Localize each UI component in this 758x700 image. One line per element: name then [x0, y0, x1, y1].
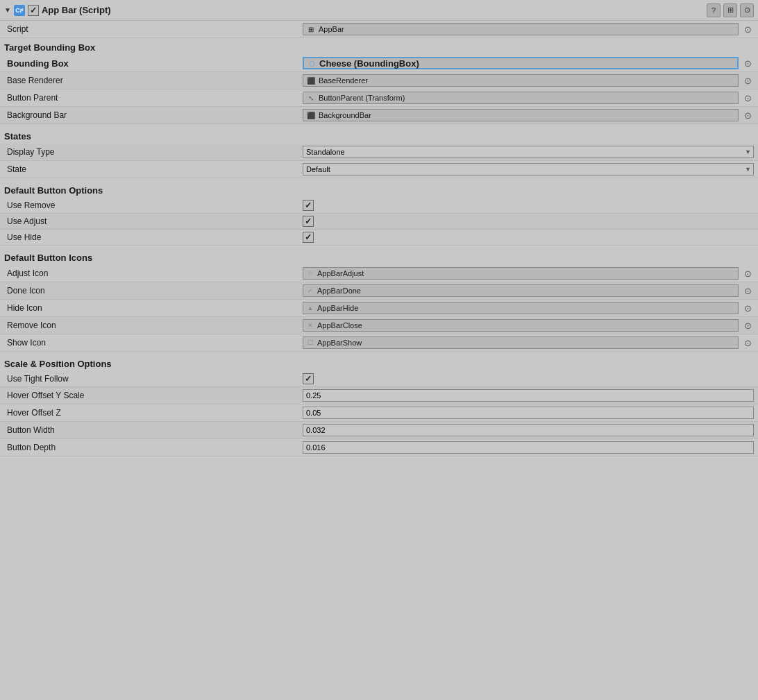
base-renderer-label: Base Renderer — [4, 76, 303, 85]
bounding-box-ref-text: Cheese (BoundingBox) — [319, 58, 419, 69]
done-icon-label: Done Icon — [4, 286, 303, 296]
state-select[interactable]: Default Hidden Manipulation — [303, 163, 754, 176]
show-icon-thumb: ☐ — [306, 339, 314, 347]
base-renderer-ref[interactable]: ⬛ BaseRenderer — [303, 74, 739, 87]
hide-icon-ref-text: AppBarHide — [317, 304, 358, 312]
script-ref: ⊞ AppBar — [303, 23, 739, 35]
button-depth-row: Button Depth — [0, 439, 758, 456]
script-ref-text: AppBar — [319, 25, 344, 33]
remove-icon-row: Remove Icon ✕ AppBarClose ⊙ — [0, 317, 758, 334]
background-bar-value: ⬛ BackgroundBar ⊙ — [303, 109, 754, 121]
display-type-select[interactable]: Standalone ManipulationHandler BoundingB… — [303, 146, 754, 158]
display-type-row: Display Type Standalone ManipulationHand… — [0, 144, 758, 161]
button-parent-gear-icon[interactable]: ⊙ — [741, 92, 754, 104]
adjust-icon-value: ☆ AppBarAdjust ⊙ — [303, 267, 754, 280]
button-width-value — [303, 424, 754, 436]
background-bar-ref[interactable]: ⬛ BackgroundBar — [303, 109, 739, 121]
remove-icon-thumb: ✕ — [306, 321, 314, 330]
use-tight-follow-row: Use Tight Follow — [0, 371, 758, 387]
help-button[interactable]: ? — [707, 3, 721, 17]
done-icon-gear-icon[interactable]: ⊙ — [741, 284, 754, 297]
use-remove-label: Use Remove — [4, 200, 303, 210]
layout-button[interactable]: ⊞ — [723, 3, 737, 17]
button-width-input[interactable] — [303, 424, 754, 436]
remove-icon-value: ✕ AppBarClose ⊙ — [303, 319, 754, 332]
hover-offset-z-row: Hover Offset Z — [0, 404, 758, 422]
script-row: Script ⊞ AppBar ⊙ — [0, 21, 758, 38]
background-bar-ref-text: BackgroundBar — [319, 111, 371, 119]
hover-offset-z-input[interactable] — [303, 407, 754, 419]
use-tight-follow-checkbox[interactable] — [303, 373, 314, 384]
base-renderer-gear-icon[interactable]: ⊙ — [741, 74, 754, 87]
button-width-label: Button Width — [4, 425, 303, 435]
component-enabled-checkbox[interactable] — [28, 5, 39, 16]
background-bar-gear-icon[interactable]: ⊙ — [741, 109, 754, 121]
hide-icon-gear-icon[interactable]: ⊙ — [741, 302, 754, 314]
done-icon-row: Done Icon ✓ AppBarDone ⊙ — [0, 282, 758, 300]
bounding-box-label: Bounding Box — [4, 58, 303, 69]
button-depth-input[interactable] — [303, 441, 754, 454]
display-type-label: Display Type — [4, 147, 303, 157]
state-row: State Default Hidden Manipulation ▼ — [0, 161, 758, 178]
section-default-button-options: Default Button Options — [0, 181, 758, 198]
hover-offset-y-scale-row: Hover Offset Y Scale — [0, 387, 758, 404]
use-hide-label: Use Hide — [4, 232, 303, 242]
state-select-wrapper: Default Hidden Manipulation ▼ — [303, 163, 754, 176]
remove-icon-ref-text: AppBarClose — [317, 321, 362, 330]
script-label: Script — [4, 24, 303, 34]
hide-icon-label: Hide Icon — [4, 303, 303, 313]
button-parent-icon: ⤡ — [306, 93, 316, 103]
section-states: States — [0, 127, 758, 144]
bounding-box-gear-icon[interactable]: ⊙ — [741, 57, 754, 69]
adjust-icon-ref[interactable]: ☆ AppBarAdjust — [303, 267, 739, 280]
show-icon-gear-icon[interactable]: ⊙ — [741, 336, 754, 349]
hover-offset-y-scale-input[interactable] — [303, 389, 754, 402]
show-icon-value: ☐ AppBarShow ⊙ — [303, 336, 754, 349]
script-gear-icon[interactable]: ⊙ — [741, 23, 754, 35]
background-bar-label: Background Bar — [4, 110, 303, 120]
show-icon-ref[interactable]: ☐ AppBarShow — [303, 336, 739, 349]
section-label-states: States — [4, 131, 31, 142]
remove-icon-ref[interactable]: ✕ AppBarClose — [303, 319, 739, 332]
bounding-box-icon: ⬡ — [307, 58, 317, 68]
button-parent-ref-text: ButtonParent (Transform) — [319, 94, 405, 102]
hide-icon-thumb: ▲ — [306, 304, 314, 312]
bounding-box-value: ⬡ Cheese (BoundingBox) ⊙ — [303, 57, 754, 69]
state-label: State — [4, 164, 303, 174]
adjust-icon-gear-icon[interactable]: ⊙ — [741, 267, 754, 280]
use-hide-value — [303, 232, 754, 243]
hide-icon-ref[interactable]: ▲ AppBarHide — [303, 302, 739, 314]
use-tight-follow-label: Use Tight Follow — [4, 374, 303, 384]
use-adjust-checkbox[interactable] — [303, 216, 314, 227]
use-hide-checkbox[interactable] — [303, 232, 314, 243]
display-type-value: Standalone ManipulationHandler BoundingB… — [303, 146, 754, 158]
use-adjust-value — [303, 216, 754, 227]
base-renderer-ref-text: BaseRenderer — [319, 76, 368, 85]
section-label-target-bounding-box: Target Bounding Box — [4, 42, 95, 53]
state-value: Default Hidden Manipulation ▼ — [303, 163, 754, 176]
component-header: ▼ C# App Bar (Script) ? ⊞ ⊙ — [0, 0, 758, 21]
adjust-icon-row: Adjust Icon ☆ AppBarAdjust ⊙ — [0, 265, 758, 282]
button-parent-label: Button Parent — [4, 93, 303, 103]
adjust-icon-label: Adjust Icon — [4, 268, 303, 278]
done-icon-ref[interactable]: ✓ AppBarDone — [303, 284, 739, 297]
base-renderer-icon: ⬛ — [306, 76, 316, 85]
display-type-select-wrapper: Standalone ManipulationHandler BoundingB… — [303, 146, 754, 158]
csharp-icon: C# — [14, 5, 25, 16]
use-remove-checkbox[interactable] — [303, 200, 314, 211]
options-button[interactable]: ⊙ — [740, 3, 754, 17]
button-parent-row: Button Parent ⤡ ButtonParent (Transform)… — [0, 89, 758, 107]
inspector-panel: ▼ C# App Bar (Script) ? ⊞ ⊙ Script ⊞ App… — [0, 0, 758, 456]
collapse-arrow-icon[interactable]: ▼ — [4, 6, 11, 14]
section-label-default-button-icons: Default Button Icons — [4, 253, 92, 263]
remove-icon-gear-icon[interactable]: ⊙ — [741, 319, 754, 332]
adjust-icon-thumb: ☆ — [306, 269, 314, 278]
done-icon-thumb: ✓ — [306, 287, 314, 295]
button-parent-value: ⤡ ButtonParent (Transform) ⊙ — [303, 92, 754, 104]
base-renderer-value: ⬛ BaseRenderer ⊙ — [303, 74, 754, 87]
bounding-box-ref[interactable]: ⬡ Cheese (BoundingBox) — [303, 57, 739, 69]
remove-icon-label: Remove Icon — [4, 321, 303, 330]
button-parent-ref[interactable]: ⤡ ButtonParent (Transform) — [303, 92, 739, 104]
bounding-box-row: Bounding Box ⬡ Cheese (BoundingBox) ⊙ — [0, 55, 758, 72]
show-icon-row: Show Icon ☐ AppBarShow ⊙ — [0, 334, 758, 352]
